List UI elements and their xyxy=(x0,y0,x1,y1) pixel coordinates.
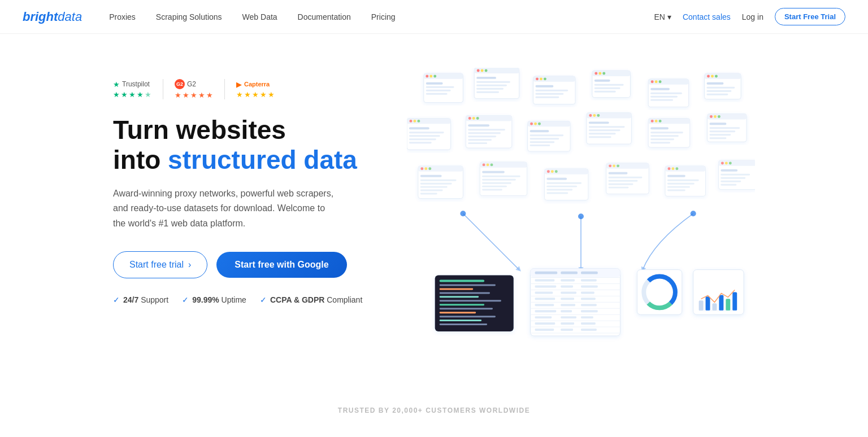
svg-rect-205 xyxy=(561,285,573,287)
svg-rect-114 xyxy=(710,134,731,136)
svg-point-141 xyxy=(551,170,554,173)
svg-rect-85 xyxy=(530,145,550,146)
svg-rect-234 xyxy=(581,329,597,331)
svg-rect-36 xyxy=(594,91,616,93)
trust-badges: ✓ 24/7 Support ✓ 99.99% Uptime ✓ CCPA & … xyxy=(113,295,407,304)
illustration-svg xyxy=(407,68,755,360)
svg-rect-174 xyxy=(721,174,750,176)
start-free-trial-button[interactable]: Start Free Trial xyxy=(775,8,845,25)
svg-rect-132 xyxy=(482,171,505,173)
svg-rect-220 xyxy=(535,310,557,312)
svg-rect-53 xyxy=(707,90,732,92)
svg-rect-52 xyxy=(707,87,735,89)
nav-right: EN ▾ Contact sales Log in Start Free Tri… xyxy=(654,8,845,25)
svg-point-49 xyxy=(711,75,714,77)
svg-rect-190 xyxy=(440,312,476,313)
nav-documentation[interactable]: Documentation xyxy=(298,12,351,21)
svg-rect-241 xyxy=(699,300,704,311)
login-link[interactable]: Log in xyxy=(742,12,763,21)
trusted-text: TRUSTED BY 20,000+ CUSTOMERS WORLDWIDE xyxy=(338,407,530,414)
svg-rect-243 xyxy=(712,303,717,311)
svg-rect-112 xyxy=(710,127,740,129)
svg-rect-201 xyxy=(561,279,575,282)
svg-rect-144 xyxy=(546,182,581,184)
nav-pricing[interactable]: Pricing xyxy=(371,12,396,21)
svg-point-108 xyxy=(710,115,713,118)
svg-rect-202 xyxy=(581,279,597,282)
contact-sales-link[interactable]: Contact sales xyxy=(683,12,731,21)
nav-scraping-solutions[interactable]: Scraping Solutions xyxy=(156,12,222,21)
svg-rect-163 xyxy=(667,175,685,177)
svg-rect-233 xyxy=(561,329,573,331)
svg-rect-175 xyxy=(721,177,745,179)
svg-point-13 xyxy=(485,69,488,72)
trustpilot-stars: ★ ★ ★ ★ ★ xyxy=(113,90,151,99)
hero-subtext: Award-winning proxy networks, powerful w… xyxy=(113,186,339,231)
start-free-trial-cta-button[interactable]: Start free trial › xyxy=(113,251,207,278)
trust-compliance-label: CCPA & GDPR Compliant xyxy=(270,295,362,304)
svg-rect-183 xyxy=(440,285,496,286)
svg-point-162 xyxy=(675,167,678,170)
nav-web-data[interactable]: Web Data xyxy=(242,12,277,21)
lang-selector[interactable]: EN ▾ xyxy=(654,12,671,21)
svg-rect-94 xyxy=(589,133,616,134)
nav-proxies[interactable]: Proxies xyxy=(109,12,136,21)
svg-rect-25 xyxy=(536,90,568,91)
capterra-label: ▶ Capterra xyxy=(236,80,270,89)
svg-rect-102 xyxy=(650,132,683,133)
svg-rect-7 xyxy=(426,90,451,91)
hero-illustration xyxy=(407,68,755,360)
star-5: ★ xyxy=(145,90,151,99)
svg-rect-224 xyxy=(535,316,552,318)
svg-rect-17 xyxy=(476,88,504,90)
trust-support-label: 24/7 Support xyxy=(123,295,168,304)
svg-point-119 xyxy=(424,167,427,170)
svg-point-79 xyxy=(534,123,537,125)
svg-rect-103 xyxy=(650,135,679,137)
svg-rect-124 xyxy=(420,186,448,188)
svg-point-161 xyxy=(671,167,674,170)
headline-line2-plain: into xyxy=(113,145,168,174)
g2-stars: ★ ★ ★ ★ ★ xyxy=(175,91,213,99)
svg-rect-226 xyxy=(581,316,593,318)
svg-rect-136 xyxy=(482,186,507,187)
svg-rect-185 xyxy=(440,292,490,294)
svg-rect-192 xyxy=(440,320,482,321)
navbar: bright data Proxies Scraping Solutions W… xyxy=(0,0,868,34)
star-2: ★ xyxy=(244,90,251,99)
star-3: ★ xyxy=(129,90,136,99)
svg-rect-181 xyxy=(435,276,514,331)
svg-rect-209 xyxy=(561,291,576,294)
svg-rect-125 xyxy=(420,190,443,191)
svg-rect-104 xyxy=(650,138,674,140)
svg-rect-217 xyxy=(561,304,575,306)
svg-rect-115 xyxy=(710,137,727,139)
ratings-row: ★ Trustpilot ★ ★ ★ ★ ★ G2 G2 xyxy=(113,79,407,99)
svg-point-131 xyxy=(491,163,493,166)
trustpilot-star-icon: ★ xyxy=(113,80,120,89)
svg-rect-62 xyxy=(409,135,440,137)
svg-rect-101 xyxy=(650,127,669,129)
svg-rect-145 xyxy=(546,186,577,187)
star-3: ★ xyxy=(252,90,259,99)
svg-rect-70 xyxy=(468,124,489,126)
svg-rect-182 xyxy=(440,280,484,282)
svg-point-30 xyxy=(594,72,597,75)
svg-point-118 xyxy=(420,167,423,170)
svg-rect-93 xyxy=(589,129,620,131)
svg-rect-134 xyxy=(482,179,516,181)
capterra-icon: ▶ xyxy=(236,80,242,89)
svg-point-89 xyxy=(593,114,596,117)
start-free-google-button[interactable]: Start free with Google xyxy=(216,252,346,278)
svg-rect-73 xyxy=(468,136,496,137)
hero-left: ★ Trustpilot ★ ★ ★ ★ ★ G2 G2 xyxy=(113,68,407,304)
svg-rect-184 xyxy=(440,288,474,290)
svg-point-180 xyxy=(691,211,696,216)
svg-point-2 xyxy=(426,75,428,77)
rating-divider-1 xyxy=(163,79,163,99)
svg-rect-16 xyxy=(476,85,507,86)
logo[interactable]: bright data xyxy=(23,10,82,24)
svg-rect-24 xyxy=(536,85,554,88)
svg-rect-242 xyxy=(706,296,710,311)
svg-point-21 xyxy=(536,77,539,80)
